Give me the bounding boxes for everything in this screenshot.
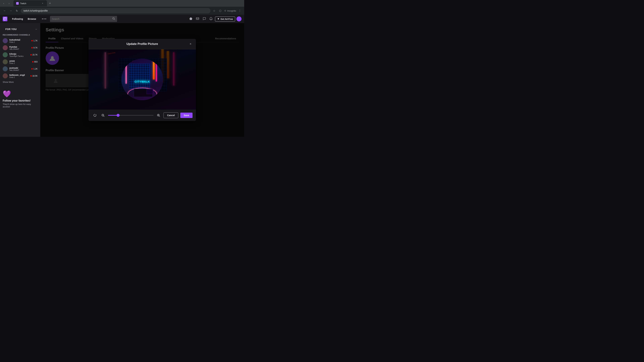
browse-nav-btn[interactable]: Browse (26, 16, 38, 21)
new-tab-button[interactable]: + (48, 1, 52, 6)
browser-actions: ☆ ⬡ Incognito ⋮ (212, 8, 242, 13)
user-avatar[interactable] (236, 16, 242, 21)
save-button[interactable]: Save (180, 113, 192, 118)
svg-line-12 (159, 116, 160, 117)
address-bar: ← → ↻ ☆ ⬡ Incognito ⋮ (0, 7, 244, 15)
recommended-channels-label: RECOMMENDED CHANNELS (0, 33, 40, 37)
svg-rect-2 (196, 17, 199, 19)
show-more-button[interactable]: Show More (0, 79, 40, 85)
promo-heart-icon: 💜 (3, 90, 38, 98)
zoom-slider[interactable] (108, 115, 154, 116)
live-indicator-kyedae (31, 47, 33, 48)
zoom-slider-container (108, 115, 154, 116)
live-indicator-betboom (30, 75, 32, 77)
tab-nav-buttons: ‹ › (1, 1, 12, 6)
chat-button[interactable] (202, 16, 207, 22)
content-area: Settings Profile Channel and Videos Stre… (40, 23, 244, 137)
live-indicator-joshseki (31, 68, 33, 69)
channel-avatar-yowe (3, 59, 8, 64)
channel-avatar-k3soju (3, 52, 8, 57)
tab-favicon (16, 2, 19, 5)
modal-close-button[interactable]: × (188, 41, 193, 47)
sidebar-item-betboom[interactable]: betboom_eng2 Dota 2 18.5K (0, 72, 40, 79)
search-bar (50, 16, 117, 22)
forward-button[interactable]: → (8, 8, 14, 13)
live-indicator-yowe (32, 61, 34, 62)
live-indicator-k3soju (30, 54, 32, 55)
twitch-logo[interactable] (3, 16, 8, 21)
sidebar-item-kyedae[interactable]: Kyedae VALORANT 9.7K (0, 44, 40, 51)
browser-chrome: ‹ › Twitch × + ← → ↻ ☆ ⬡ (0, 0, 244, 15)
tab-bar: ‹ › Twitch × + (0, 0, 244, 7)
tab-nav-next[interactable]: › (7, 1, 12, 6)
search-input[interactable] (50, 16, 110, 22)
modal-header: Update Profile Picture × (88, 39, 196, 49)
nav-controls: ← → ↻ (2, 8, 20, 13)
sidebar-item-k3soju[interactable]: k3soju Teamfight Tactics 15.7K (0, 51, 40, 58)
notifications-button[interactable] (208, 16, 214, 22)
back-button[interactable]: ← (2, 8, 8, 13)
channel-game-k3soju: Teamfight Tactics (10, 55, 29, 57)
search-button[interactable] (110, 16, 117, 22)
svg-point-0 (112, 17, 114, 19)
viewer-count-yowe: 803 (34, 61, 38, 63)
sidebar-section-header: For You ← (0, 25, 40, 33)
channel-name-betboom: betboom_eng2 (10, 74, 29, 76)
channel-game-betboom: Dota 2 (10, 76, 29, 78)
inbox-button[interactable] (195, 16, 200, 22)
twitch-topbar: Following Browse • • • (0, 15, 244, 23)
bits-button[interactable] (188, 16, 194, 22)
image-background: Coca-Cola CITYWALK (88, 49, 196, 110)
channel-name-kyedae: Kyedae (10, 45, 30, 48)
svg-line-1 (114, 19, 115, 20)
sidebar-item-joshseki[interactable]: joshseki VALORANT 1.2K (0, 65, 40, 72)
get-ad-free-button[interactable]: Get Ad-Free (215, 16, 235, 21)
sidebar: For You ← RECOMMENDED CHANNELS kukudota2… (0, 23, 40, 137)
channel-name-yowe: yowe (10, 60, 30, 62)
channel-name-k3soju: k3soju (10, 53, 29, 55)
update-profile-picture-modal: Update Profile Picture × (88, 39, 196, 121)
topbar-right: Get Ad-Free (188, 16, 242, 22)
modal-body: Coca-Cola CITYWALK (88, 49, 196, 121)
svg-line-8 (104, 116, 104, 117)
viewer-count-k3soju: 15.7K (32, 54, 38, 56)
channel-game-joshseki: VALORANT (10, 69, 30, 71)
topbar-more-btn[interactable]: • • • (41, 16, 47, 21)
sidebar-item-yowe[interactable]: yowe Dota 2 803 (0, 58, 40, 65)
browser-tab-twitch[interactable]: Twitch × (14, 0, 47, 6)
viewer-count-joshseki: 1.2K (33, 68, 38, 70)
rotate-button[interactable] (92, 112, 98, 118)
tab-nav-prev[interactable]: ‹ (1, 1, 6, 6)
bookmark-button[interactable]: ☆ (212, 8, 216, 13)
reload-button[interactable]: ↻ (14, 8, 20, 13)
zoom-out-button[interactable] (100, 112, 106, 118)
channel-name-joshseki: joshseki (10, 67, 30, 69)
cancel-button[interactable]: Cancel (164, 112, 178, 118)
modal-overlay: Update Profile Picture × (40, 23, 244, 137)
incognito-badge: Incognito (224, 9, 236, 12)
channel-avatar-kyedae (3, 45, 8, 50)
url-input[interactable] (21, 8, 210, 13)
tab-close-button[interactable]: × (41, 2, 44, 5)
twitch-app: Following Browse • • • (0, 15, 244, 137)
for-you-label: For You (3, 26, 19, 32)
sidebar-promo: 💜 Follow your favorites! They'll show up… (0, 87, 40, 111)
promo-title: Follow your favorites! (3, 99, 38, 102)
sidebar-item-kukudota2[interactable]: kukudota2 Dota 2 1.7K (0, 37, 40, 44)
modal-title: Update Profile Picture (126, 42, 158, 46)
channel-name-kukudota2: kukudota2 (10, 38, 30, 41)
main-layout: For You ← RECOMMENDED CHANNELS kukudota2… (0, 23, 244, 137)
following-nav-btn[interactable]: Following (10, 16, 25, 21)
live-indicator-kukudota2 (31, 40, 33, 41)
sidebar-toggle-button[interactable]: ← (35, 28, 38, 30)
viewer-count-kukudota2: 1.7K (33, 39, 38, 42)
extensions-button[interactable]: ⬡ (218, 8, 222, 13)
image-crop-area[interactable]: Coca-Cola CITYWALK (88, 49, 196, 110)
circle-crop-window[interactable]: Coca-Cola CITYWALK (122, 59, 163, 100)
zoom-in-button[interactable] (156, 112, 162, 118)
more-button[interactable]: ⋮ (238, 8, 242, 13)
channel-game-kukudota2: Dota 2 (10, 41, 30, 43)
tab-title: Twitch (20, 2, 40, 5)
channel-game-yowe: Dota 2 (10, 62, 30, 64)
topbar-nav: Following Browse (10, 16, 38, 21)
